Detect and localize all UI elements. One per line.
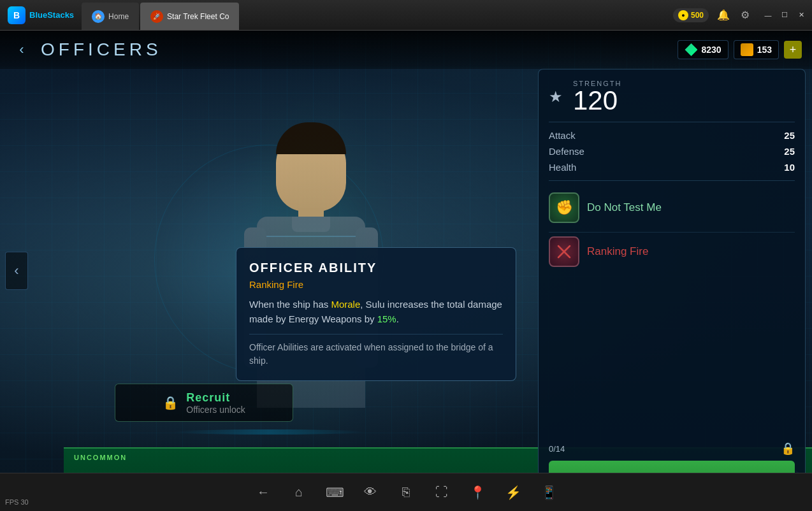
recruit-text: Recruit [186, 391, 245, 405]
stat-name-health: Health [549, 162, 576, 173]
stat-row-defense: Defense 25 [549, 146, 795, 157]
strength-info: STRENGTH 120 [573, 80, 622, 114]
medal-icon [741, 43, 753, 56]
lock-icon: 🔒 [163, 395, 178, 410]
stat-name-defense: Defense [549, 146, 584, 157]
add-resources-button[interactable]: + [784, 41, 802, 59]
medal-resource: 153 [734, 40, 779, 59]
ability-icon-fire [549, 236, 579, 267]
coin-icon: ● [678, 10, 688, 20]
crystal-value: 8230 [701, 45, 721, 55]
tab-home-icon: 🏠 [92, 10, 105, 23]
recruit-unlock-text: Officers unlock [186, 405, 245, 415]
bs-coin-display: ● 500 [673, 8, 709, 22]
copy-icon[interactable]: ⎘ [396, 482, 416, 503]
ability-do-not-test-me[interactable]: ✊ Do Not Test Me [549, 189, 795, 227]
fullscreen-icon[interactable]: ⛶ [431, 482, 452, 503]
window-controls: — ☐ ✕ [762, 10, 812, 21]
stat-row-attack: Attack 25 [549, 130, 795, 141]
game-area: ‹ OFFICERS 8230 153 + ‹ 🔒 Recruit Office… [0, 31, 812, 511]
fps-label: FPS [5, 498, 18, 506]
medal-value: 153 [757, 45, 772, 55]
stat-name-attack: Attack [549, 130, 576, 141]
progress-row: 0/14 🔒 [549, 442, 795, 456]
stat-row-health: Health 10 [549, 162, 795, 173]
bluestacks-name: BlueStacks [29, 10, 74, 20]
ability-ranking-fire[interactable]: Ranking Fire [549, 232, 795, 271]
bluestacks-icon: B [8, 6, 25, 24]
char-uniform-line [266, 236, 356, 237]
close-button[interactable]: ✕ [795, 10, 807, 21]
nav-left-button[interactable]: ‹ [5, 252, 28, 290]
ranking-fire-svg [556, 243, 572, 260]
minimize-button[interactable]: — [762, 10, 774, 21]
popup-title: OFFICER ABILITY [249, 261, 503, 275]
recruit-banner: 🔒 Recruit Officers unlock [115, 384, 293, 422]
popup-morale-word: Morale [331, 299, 360, 310]
stats-section: Attack 25 Defense 25 Health 10 [549, 130, 795, 181]
coin-value: 500 [691, 11, 704, 20]
nav-left-icon: ‹ [14, 263, 18, 279]
maximize-button[interactable]: ☐ [779, 10, 790, 21]
char-collar [292, 217, 330, 232]
notification-icon[interactable]: 🔔 [716, 8, 730, 22]
bottom-bar: ← ⌂ ⌨ 👁 ⎘ ⛶ 📍 ⚡ 📱 [0, 473, 812, 511]
progress-lock-icon: 🔒 [781, 442, 795, 456]
tab-home[interactable]: 🏠 Home [82, 3, 139, 30]
abilities-section: ✊ Do Not Test Me Ranking Fire [549, 189, 795, 434]
tab-trek-icon: 🚀 [150, 10, 163, 23]
strength-section: ★ STRENGTH 120 [549, 80, 795, 122]
popup-ability-name: Ranking Fire [249, 279, 503, 290]
header-resources: 8230 153 + [678, 40, 802, 59]
scene-platform [173, 429, 365, 435]
location-icon[interactable]: 📍 [467, 482, 488, 503]
popup-note: Officer Abilities are activated when ass… [249, 334, 503, 368]
mobile-icon[interactable]: 📱 [539, 482, 559, 503]
bottom-icons: ← ⌂ ⌨ 👁 ⎘ ⛶ 📍 ⚡ 📱 [10, 482, 802, 503]
back-button[interactable]: ‹ [10, 38, 33, 61]
popup-desc-end: . [396, 313, 399, 324]
stat-value-attack: 25 [784, 130, 795, 141]
bs-actions: ● 500 🔔 ⚙ [663, 8, 762, 22]
tab-home-label: Home [108, 12, 129, 21]
crystal-resource: 8230 [678, 40, 728, 59]
tab-startrek[interactable]: 🚀 Star Trek Fleet Co [140, 3, 239, 30]
recruit-banner-content: Recruit Officers unlock [186, 391, 245, 415]
ability-icon-fist: ✊ [549, 192, 579, 223]
ability-popup: OFFICER ABILITY Ranking Fire When the sh… [236, 247, 516, 381]
star-icon: ★ [549, 88, 563, 106]
progress-text: 0/14 [549, 444, 565, 454]
right-panel: ★ STRENGTH 120 Attack 25 Defense 25 Heal… [538, 69, 806, 505]
keyboard-icon[interactable]: ⌨ [324, 482, 345, 503]
stat-value-health: 10 [784, 162, 795, 173]
lightning-icon[interactable]: ⚡ [503, 482, 523, 503]
fps-indicator: FPS 30 [5, 498, 29, 506]
strength-value: 120 [573, 87, 622, 114]
popup-percent-word: 15% [377, 313, 396, 324]
crystal-icon [685, 43, 697, 56]
tab-bar: 🏠 Home 🚀 Star Trek Fleet Co [82, 0, 663, 30]
stat-value-defense: 25 [784, 146, 795, 157]
page-title: OFFICERS [41, 40, 162, 60]
back-nav-icon[interactable]: ← [253, 482, 273, 503]
char-hair [276, 122, 346, 154]
ability-name-do-not-test-me: Do Not Test Me [587, 201, 662, 214]
eye-icon[interactable]: 👁 [360, 482, 381, 503]
bluestacks-logo: B BlueStacks [0, 6, 82, 24]
home-nav-icon[interactable]: ⌂ [289, 482, 309, 503]
settings-icon[interactable]: ⚙ [738, 8, 752, 22]
game-header: ‹ OFFICERS 8230 153 + [0, 31, 812, 69]
fps-value: 30 [20, 498, 28, 506]
bluestacks-bar: B BlueStacks 🏠 Home 🚀 Star Trek Fleet Co… [0, 0, 812, 31]
tab-trek-label: Star Trek Fleet Co [167, 12, 229, 21]
popup-desc-start: When the ship has [249, 299, 331, 310]
popup-description: When the ship has Morale, Sulu increases… [249, 298, 503, 326]
rarity-badge: UNCOMMON [74, 454, 127, 461]
ability-name-ranking-fire: Ranking Fire [587, 245, 648, 258]
